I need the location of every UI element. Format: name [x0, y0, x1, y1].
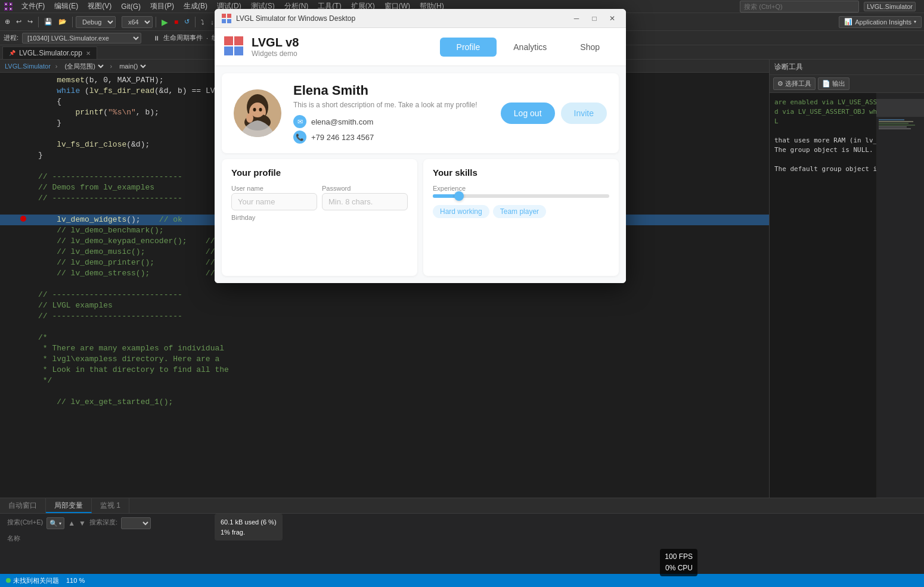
maximize-button[interactable]: □ — [588, 12, 601, 25]
toolbar-restart[interactable]: ↺ — [182, 17, 192, 27]
username-input[interactable] — [231, 193, 317, 210]
minimap-line — [879, 123, 909, 124]
search-up-icon[interactable]: ▲ — [68, 519, 75, 527]
output-btn[interactable]: 📄 输出 — [818, 77, 849, 90]
zoom-value: 110 % — [66, 577, 85, 584]
profile-info: Elena Smith This is a short description … — [293, 83, 489, 144]
code-line: * lvgl\exampless directory. Here are a — [0, 354, 769, 365]
fps-overlay: 100 FPS 0% CPU — [660, 549, 697, 576]
password-input[interactable] — [322, 193, 408, 210]
username-label: User name — [231, 185, 317, 192]
bottom-tabs: 自动窗口 局部变量 监视 1 — [0, 498, 924, 514]
fps-value: 100 FPS — [665, 551, 693, 563]
menu-git[interactable]: Git(G) — [116, 1, 145, 12]
tab-locals[interactable]: 局部变量 — [46, 498, 92, 513]
menu-edit[interactable]: 编辑(E) — [49, 0, 83, 13]
tab-shop[interactable]: Shop — [563, 38, 616, 57]
breadcrumb-sep2: › — [110, 63, 113, 70]
debug-config-dropdown[interactable]: Debug — [76, 16, 116, 28]
search-depth-dropdown[interactable] — [121, 517, 151, 529]
breadcrumb-sep1: › — [55, 63, 58, 70]
tab-profile[interactable]: Profile — [440, 38, 497, 57]
process-dropdown[interactable]: [10340] LVGL.Simulator.exe — [22, 33, 141, 44]
svg-point-24 — [246, 113, 253, 123]
lvgl-logo-text: LVGL v8 Widgets demo — [252, 36, 299, 58]
code-line: /* — [0, 333, 769, 343]
menu-search-input[interactable] — [740, 1, 859, 13]
sim-title: LVGL Simulator for Windows Desktop — [236, 14, 565, 23]
skills-tags: Hard working Team player — [433, 205, 609, 218]
code-line: // lv_ex_get_started_1(); — [0, 397, 769, 408]
svg-rect-6 — [5, 8, 7, 10]
toolbar-step-over[interactable]: ⤵ — [199, 17, 207, 27]
lvgl-nav: Profile Analytics Shop — [440, 38, 616, 57]
invite-button[interactable]: Invite — [561, 103, 607, 124]
platform-dropdown[interactable]: x64 — [122, 16, 153, 28]
minimize-button[interactable]: ─ — [570, 12, 583, 25]
output-label: 输出 — [832, 79, 845, 88]
status-problems[interactable]: 未找到相关问题 — [6, 576, 59, 585]
tab-auto-window[interactable]: 自动窗口 — [0, 498, 46, 513]
app-insights-button[interactable]: 📊 Application Insights ▾ — [839, 16, 922, 28]
phone-icon: 📞 — [293, 131, 306, 144]
toolbar-new[interactable]: ⊕ — [2, 17, 13, 27]
toolbar-run[interactable]: ▶ — [159, 16, 170, 28]
search-down-icon[interactable]: ▼ — [79, 519, 86, 527]
menu-file[interactable]: 文件(F) — [17, 0, 49, 13]
status-bar: 未找到相关问题 110 % — [0, 574, 924, 587]
diag-buttons: ⚙ 选择工具 📄 输出 — [770, 75, 924, 93]
menu-project[interactable]: 项目(P) — [145, 0, 179, 13]
sim-titlebar: LVGL Simulator for Windows Desktop ─ □ ✕ — [215, 9, 626, 28]
birthday-label: Birthday — [231, 214, 408, 221]
sim-app-icon — [222, 14, 231, 23]
toolbar-stop[interactable]: ■ — [172, 17, 181, 27]
code-line: * Look in that directory to find all the — [0, 365, 769, 375]
code-line — [0, 322, 769, 333]
breadcrumb-project: LVGL.Simulator — [5, 63, 51, 70]
your-profile-title: Your profile — [231, 167, 408, 178]
status-zoom[interactable]: 110 % — [66, 577, 85, 584]
app-insights-chevron: ▾ — [914, 19, 916, 24]
toolbar-undo[interactable]: ↩ — [14, 17, 24, 27]
menu-view[interactable]: 视图(V) — [83, 0, 116, 13]
skill-tag-team-player: Team player — [493, 205, 546, 218]
profile-contacts: ✉ elena@smith.com 📞 +79 246 123 4567 — [293, 115, 489, 144]
tab-analytics[interactable]: Analytics — [497, 38, 563, 57]
email-row: ✉ elena@smith.com — [293, 115, 489, 128]
search-icon-btn[interactable]: 🔍 ▾ — [46, 517, 64, 529]
email-icon: ✉ — [293, 115, 306, 128]
code-line: // ---------------------------- — [0, 290, 769, 300]
tab-close-icon[interactable]: ✕ — [86, 50, 91, 57]
tab-simulator-cpp[interactable]: 📌 LVGL.Simulator.cpp ✕ — [2, 46, 97, 59]
cpu-value: 0% CPU — [665, 563, 693, 574]
svg-rect-15 — [234, 46, 243, 55]
code-line: // LVGL examples — [0, 300, 769, 311]
search-dropdown-chevron: ▾ — [59, 521, 61, 526]
close-button[interactable]: ✕ — [606, 12, 619, 25]
app-insights-icon: 📊 — [844, 18, 852, 26]
tab-watch[interactable]: 监视 1 — [92, 498, 129, 513]
menu-build[interactable]: 生成(B) — [179, 0, 212, 13]
function-dropdown[interactable]: main() — [117, 62, 148, 70]
sep2 — [72, 17, 73, 27]
profile-form-grid: User name Password — [231, 185, 408, 210]
lvgl-app-subtitle: Widgets demo — [252, 49, 299, 58]
svg-rect-14 — [224, 46, 233, 55]
simulator-window: LVGL Simulator for Windows Desktop ─ □ ✕… — [215, 9, 626, 283]
svg-rect-13 — [234, 36, 243, 45]
toolbar-redo[interactable]: ↪ — [25, 17, 35, 27]
status-dot-green — [6, 578, 11, 583]
name-column-header: 名称 — [7, 534, 917, 543]
scope-dropdown[interactable]: (全局范围) — [63, 62, 106, 70]
select-tool-btn[interactable]: ⚙ 选择工具 — [773, 77, 816, 90]
email-text: elena@smith.com — [311, 117, 373, 126]
profile-card: Elena Smith This is a short description … — [222, 73, 619, 153]
toolbar-open[interactable]: 📂 — [56, 17, 69, 27]
experience-slider-track — [433, 194, 609, 198]
search-depth-label: 搜索深度: — [89, 518, 117, 527]
toolbar-save[interactable]: 💾 — [42, 17, 55, 27]
experience-slider-thumb[interactable] — [454, 191, 464, 201]
memory-frag: 1% frag. — [221, 527, 277, 538]
logout-button[interactable]: Log out — [501, 103, 555, 124]
memory-tooltip: 60.1 kB used (6 %) 1% frag. — [215, 514, 283, 541]
